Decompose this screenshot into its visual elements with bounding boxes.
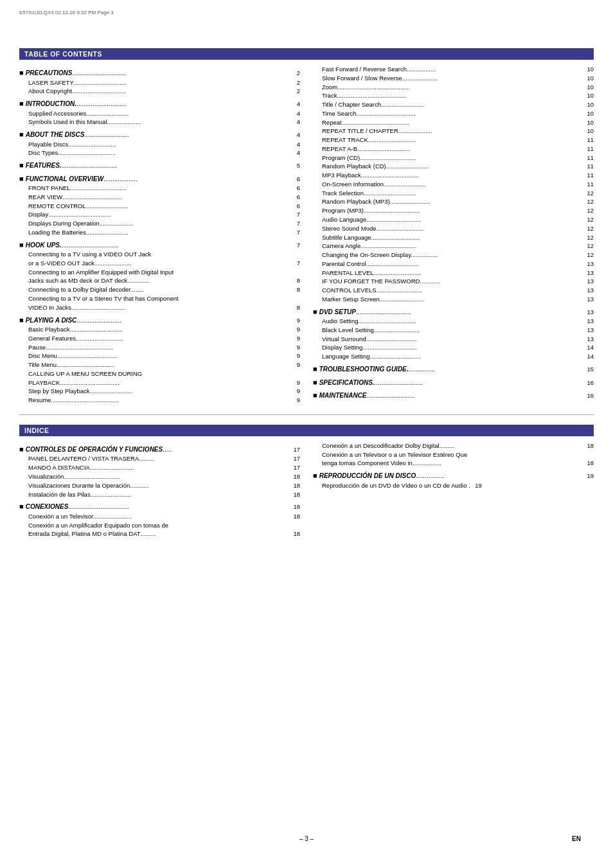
- page-num: 5: [289, 161, 300, 170]
- sub-text: Stereo Sound Mode.: [322, 224, 378, 233]
- page-num: 10: [582, 83, 594, 92]
- dots: ...................: [109, 118, 289, 127]
- page-num: 10: [582, 74, 594, 83]
- dots: ...........................: [78, 334, 289, 343]
- toc-entry: Random Playback (MP3)...................…: [313, 197, 594, 206]
- sub-text: Camera Angle: [322, 242, 360, 251]
- dots: .................................: [360, 154, 582, 163]
- dots: .............: [127, 276, 289, 285]
- toc-entry: Virtual Surround........................…: [313, 335, 594, 344]
- dots: ..........................: [378, 286, 582, 295]
- dots: ...................................: [57, 351, 289, 360]
- section-text: TROUBLESHOOTING GUIDE.: [319, 364, 409, 374]
- toc-right-col: Fast Forward / Reverse Search...........…: [313, 65, 594, 405]
- toc-entry: Camera Angle............................…: [313, 242, 594, 251]
- page-num: 10: [582, 91, 594, 100]
- page-num: 6: [289, 202, 300, 211]
- toc-entry: Conexión a un Descodificador Dolby Digit…: [313, 441, 594, 450]
- toc-entry: General Features........................…: [19, 334, 300, 343]
- sub-text: Fast Forward / Reverse Search: [322, 65, 407, 74]
- section-bullet: ■: [313, 390, 317, 401]
- page-num: 4: [289, 109, 300, 118]
- sub-text: General Features.: [28, 334, 78, 343]
- sub-text: Changing the On-Screen Display.: [322, 251, 413, 260]
- section-text: MAINTENANCE: [319, 391, 367, 400]
- sub-text: FRONT PANEL: [28, 184, 71, 193]
- sub2-text: IF YOU FORGET THE PASSWORD.: [322, 277, 422, 286]
- sub-text: Virtual Surround: [322, 335, 366, 344]
- toc-entry: On-Screen Information...................…: [313, 180, 594, 189]
- section-text: REPRODUCCIÓN DE UN DISCO: [319, 471, 416, 481]
- sub-text: Zoom.: [322, 83, 339, 92]
- dots: .......: [132, 285, 289, 294]
- toc-entry: PANEL DELANTERO / VISTA TRASERA.........…: [19, 454, 300, 463]
- page-num: 7: [289, 259, 300, 268]
- page-num: 13: [582, 317, 594, 326]
- toc-entry: Marker Setup Screen.....................…: [313, 295, 594, 304]
- page-num: 7: [289, 228, 300, 237]
- sub2-text: Connecting to a Dolby Digital decoder.: [28, 285, 132, 294]
- toc-entry: REMOTE CONTROL.........................6: [19, 202, 300, 211]
- toc-area: TABLE OF CONTENTS ■PRECAUTIONS..........…: [19, 48, 594, 405]
- section-text: CONTROLES DE OPERACIÓN Y FUNCIONES: [26, 445, 163, 454]
- dots: ..................................: [57, 360, 289, 369]
- page-num: 9: [289, 360, 300, 369]
- toc-entry: Program (MP3)...........................…: [313, 206, 594, 215]
- toc-entry: Disc Menu...............................…: [19, 351, 300, 360]
- dots: .......................................: [53, 396, 289, 405]
- toc-entry: Subtitle Language.......................…: [313, 233, 594, 242]
- page-num: 13: [582, 260, 594, 269]
- sub2-text: Jacks such as MD deck or DAT deck: [28, 276, 127, 285]
- dots: .................................: [364, 206, 582, 215]
- page-num: 9: [289, 378, 300, 387]
- page-num: 6: [289, 193, 300, 202]
- section-text: PLAYING A DISC: [26, 315, 77, 325]
- page-num: 18: [289, 529, 300, 538]
- header-bar: E57S1UD.QX3 02.12.20 9:32 PM Page 3: [19, 10, 594, 15]
- sub2-text: VIDEO In Jacks.: [28, 303, 73, 312]
- dots: ................: [416, 471, 582, 481]
- dots: ...........: [422, 277, 582, 286]
- sub-text: Display Setting.: [322, 343, 364, 352]
- section-text: ABOUT THE DISCS: [26, 130, 85, 139]
- dots: .........................: [84, 130, 289, 139]
- page-num: 11: [582, 145, 594, 154]
- page-num: 13: [582, 277, 594, 286]
- page-num: 12: [582, 197, 594, 206]
- sub-text: Audio Language: [322, 215, 366, 224]
- toc-entry: ■DVD SETUP..............................…: [313, 306, 594, 317]
- page-num: 11: [582, 154, 594, 163]
- page-num: 7: [289, 210, 300, 219]
- page-num: 8: [289, 303, 300, 312]
- dots: ...............................: [69, 325, 289, 334]
- page-num: 6: [289, 175, 300, 184]
- dots: ...............: [413, 251, 582, 260]
- page-num: 16: [582, 378, 594, 387]
- page-num: 4: [289, 140, 300, 149]
- toc-entry: Stereo Sound Mode.......................…: [313, 224, 594, 233]
- toc-entry: Pause...................................…: [19, 343, 300, 352]
- page-num: 9: [289, 325, 300, 334]
- sub-text: MP3 Playback.: [322, 171, 362, 180]
- dots: ...........................: [375, 378, 582, 387]
- dots: ............................: [368, 136, 582, 145]
- toc-entry: Connecting to a Dolby Digital decoder...…: [19, 285, 300, 294]
- section-text: FUNCTIONAL OVERVIEW: [26, 174, 103, 184]
- dots: .........: [440, 441, 582, 450]
- dots: .........................: [381, 100, 582, 109]
- sub-text: On-Screen Information.: [322, 180, 386, 189]
- page-num: 4: [289, 118, 300, 127]
- sub-text: Random Playback (MP3): [322, 197, 390, 206]
- sub-text: Repeat: [322, 118, 342, 127]
- toc-entry: ■MAINTENANCE...........................1…: [313, 390, 594, 401]
- indice-area: INDICE ■CONTROLES DE OPERACIÓN Y FUNCION…: [19, 425, 594, 538]
- sub2-text: REPEAT A-B: [322, 145, 357, 154]
- page-num: 18: [289, 512, 300, 521]
- sub-text: Random Playback (CD): [322, 162, 386, 171]
- indice-right-col: Conexión a un Descodificador Dolby Digit…: [313, 441, 594, 538]
- dots: ..............................: [368, 260, 582, 269]
- dots: ..............................: [369, 352, 582, 361]
- toc-entry: Visualizaciones Durante la Operación....…: [19, 481, 300, 490]
- sub2-text: MANDO A DISTANCIA.: [28, 463, 92, 472]
- toc-entry: CONTROL LEVELS..........................…: [313, 286, 594, 295]
